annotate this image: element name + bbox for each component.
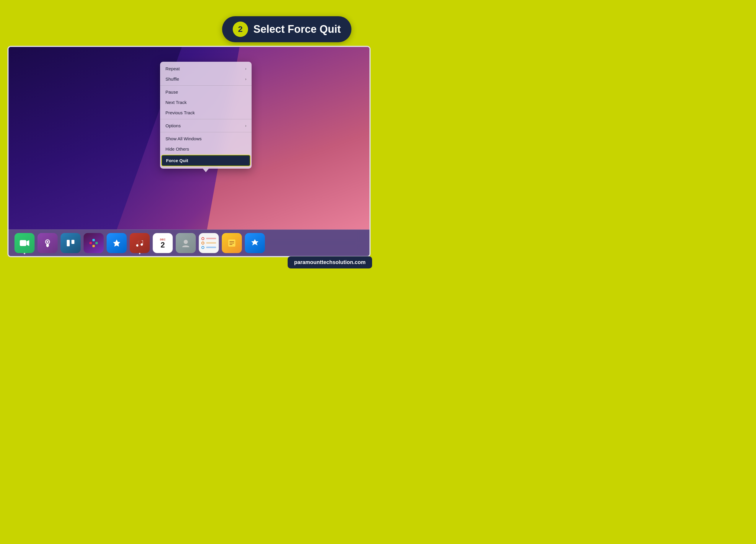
menu-item-pause[interactable]: Pause (160, 87, 252, 97)
branding-badge: paramounttechsolution.com (288, 256, 372, 268)
svg-rect-12 (229, 241, 234, 242)
menu-item-previous-track[interactable]: Previous Track (160, 108, 252, 118)
menu-item-options-label: Options (165, 123, 181, 128)
step-number: 2 (233, 22, 248, 37)
svg-rect-5 (71, 240, 74, 244)
svg-rect-7 (92, 239, 95, 241)
dock-icon-reminders[interactable] (199, 233, 219, 253)
dock-dot (24, 253, 25, 254)
dock: DEC 2 (9, 229, 369, 256)
menu-separator-3 (160, 132, 252, 132)
dock-icon-music[interactable] (130, 233, 150, 253)
dock-icon-notes[interactable] (222, 233, 242, 253)
branding-text: paramounttechsolution.com (294, 259, 366, 265)
dock-icon-contacts[interactable] (176, 233, 196, 253)
svg-rect-4 (67, 240, 70, 246)
dock-icon-podcasts[interactable] (38, 233, 58, 253)
step-badge: 2 Select Force Quit (222, 16, 351, 42)
context-menu[interactable]: Repeat › Shuffle › Pause Next Track Prev… (160, 62, 252, 169)
reminders-content (199, 235, 219, 251)
svg-rect-8 (95, 242, 98, 244)
menu-item-shuffle[interactable]: Shuffle › (160, 74, 252, 84)
svg-rect-9 (92, 245, 95, 247)
mac-desktop: Repeat › Shuffle › Pause Next Track Prev… (9, 47, 369, 229)
menu-separator-1 (160, 85, 252, 86)
chevron-icon: › (245, 124, 246, 128)
step-title: Select Force Quit (253, 23, 341, 35)
mac-screenshot-frame: Repeat › Shuffle › Pause Next Track Prev… (7, 46, 371, 257)
menu-separator-2 (160, 119, 252, 119)
dock-icon-appstore-alt[interactable] (107, 233, 127, 253)
menu-item-hide-others-label: Hide Others (165, 146, 189, 152)
calendar-day: 2 (161, 241, 165, 249)
menu-item-repeat-label: Repeat (165, 66, 180, 71)
svg-rect-0 (20, 240, 26, 246)
dock-icon-appstore[interactable] (245, 233, 265, 253)
menu-item-options[interactable]: Options › (160, 120, 252, 131)
dock-icon-trello[interactable] (61, 233, 81, 253)
menu-item-show-all-windows[interactable]: Show All Windows (160, 133, 252, 144)
menu-item-hide-others[interactable]: Hide Others (160, 144, 252, 154)
dock-dot (139, 253, 141, 254)
svg-point-10 (184, 240, 188, 244)
menu-item-repeat[interactable]: Repeat › (160, 63, 252, 74)
svg-rect-13 (229, 243, 234, 243)
svg-point-3 (47, 241, 48, 243)
menu-item-force-quit[interactable]: Force Quit (161, 155, 250, 166)
svg-rect-6 (89, 242, 92, 244)
svg-marker-1 (27, 240, 29, 246)
dock-icon-slack[interactable] (84, 233, 104, 253)
menu-item-show-all-windows-label: Show All Windows (165, 136, 202, 141)
menu-pointer (203, 169, 209, 172)
menu-item-next-track-label: Next Track (165, 100, 187, 105)
chevron-icon: › (245, 77, 246, 81)
chevron-icon: › (245, 67, 246, 71)
dock-icon-calendar[interactable]: DEC 2 (153, 233, 173, 253)
menu-item-shuffle-label: Shuffle (165, 76, 179, 82)
menu-item-previous-track-label: Previous Track (165, 110, 195, 115)
menu-item-next-track[interactable]: Next Track (160, 97, 252, 108)
menu-item-pause-label: Pause (165, 89, 178, 95)
svg-rect-14 (229, 244, 232, 245)
dock-icon-facetime[interactable] (14, 233, 35, 253)
menu-item-force-quit-label: Force Quit (166, 158, 188, 163)
